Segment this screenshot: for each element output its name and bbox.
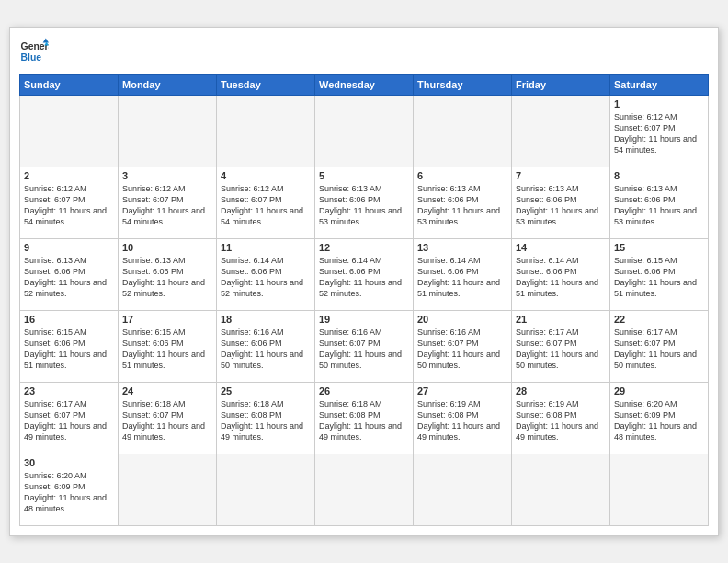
day-info: Sunrise: 6:14 AM Sunset: 6:06 PM Dayligh… (319, 255, 409, 300)
calendar-cell: 12 Sunrise: 6:14 AM Sunset: 6:06 PM Dayl… (315, 239, 414, 311)
calendar-cell (512, 96, 610, 167)
day-info: Sunrise: 6:17 AM Sunset: 6:07 PM Dayligh… (614, 327, 704, 372)
day-info: Sunrise: 6:12 AM Sunset: 6:07 PM Dayligh… (614, 111, 704, 156)
calendar-cell: 24 Sunrise: 6:18 AM Sunset: 6:07 PM Dayl… (119, 383, 217, 454)
calendar-cell: 8 Sunrise: 6:13 AM Sunset: 6:06 PM Dayli… (610, 167, 709, 239)
day-number: 30 (24, 457, 114, 468)
day-info: Sunrise: 6:19 AM Sunset: 6:08 PM Dayligh… (516, 398, 606, 443)
weekday-header-sunday: Sunday (20, 75, 119, 96)
day-number: 24 (122, 385, 212, 396)
calendar-cell (119, 96, 217, 167)
day-info: Sunrise: 6:13 AM Sunset: 6:06 PM Dayligh… (24, 255, 114, 300)
calendar-cell: 11 Sunrise: 6:14 AM Sunset: 6:06 PM Dayl… (217, 239, 315, 311)
day-number: 15 (614, 242, 704, 253)
weekday-header-wednesday: Wednesday (315, 75, 414, 96)
day-info: Sunrise: 6:12 AM Sunset: 6:07 PM Dayligh… (122, 183, 212, 228)
day-info: Sunrise: 6:17 AM Sunset: 6:07 PM Dayligh… (24, 398, 114, 443)
day-number: 18 (221, 314, 311, 325)
day-number: 20 (417, 314, 507, 325)
calendar-cell: 7 Sunrise: 6:13 AM Sunset: 6:06 PM Dayli… (512, 167, 610, 239)
logo-icon: General Blue (19, 37, 49, 66)
day-info: Sunrise: 6:15 AM Sunset: 6:06 PM Dayligh… (614, 255, 704, 300)
calendar-cell: 9 Sunrise: 6:13 AM Sunset: 6:06 PM Dayli… (20, 239, 119, 311)
day-info: Sunrise: 6:19 AM Sunset: 6:08 PM Dayligh… (417, 398, 507, 443)
day-number: 3 (122, 170, 212, 181)
day-number: 23 (24, 385, 114, 396)
day-info: Sunrise: 6:18 AM Sunset: 6:07 PM Dayligh… (122, 398, 212, 443)
day-info: Sunrise: 6:15 AM Sunset: 6:06 PM Dayligh… (24, 327, 114, 372)
day-number: 22 (614, 314, 704, 325)
day-number: 1 (614, 98, 704, 109)
day-info: Sunrise: 6:14 AM Sunset: 6:06 PM Dayligh… (516, 255, 606, 300)
day-info: Sunrise: 6:18 AM Sunset: 6:08 PM Dayligh… (221, 398, 311, 443)
weekday-header-row: SundayMondayTuesdayWednesdayThursdayFrid… (20, 75, 709, 96)
day-number: 16 (24, 314, 114, 325)
week-row-5: 30 Sunrise: 6:20 AM Sunset: 6:09 PM Dayl… (20, 454, 709, 526)
day-info: Sunrise: 6:17 AM Sunset: 6:07 PM Dayligh… (516, 327, 606, 372)
calendar-cell: 13 Sunrise: 6:14 AM Sunset: 6:06 PM Dayl… (414, 239, 512, 311)
week-row-0: 1 Sunrise: 6:12 AM Sunset: 6:07 PM Dayli… (20, 96, 709, 167)
calendar-cell: 30 Sunrise: 6:20 AM Sunset: 6:09 PM Dayl… (20, 454, 119, 526)
calendar-cell: 10 Sunrise: 6:13 AM Sunset: 6:06 PM Dayl… (119, 239, 217, 311)
day-number: 28 (516, 385, 606, 396)
calendar-cell: 4 Sunrise: 6:12 AM Sunset: 6:07 PM Dayli… (217, 167, 315, 239)
calendar-cell: 21 Sunrise: 6:17 AM Sunset: 6:07 PM Dayl… (512, 311, 610, 383)
calendar-cell: 29 Sunrise: 6:20 AM Sunset: 6:09 PM Dayl… (610, 383, 709, 454)
calendar-cell (217, 96, 315, 167)
day-number: 11 (221, 242, 311, 253)
calendar-cell (315, 454, 414, 526)
day-info: Sunrise: 6:13 AM Sunset: 6:06 PM Dayligh… (614, 183, 704, 228)
calendar-cell (119, 454, 217, 526)
calendar-cell: 5 Sunrise: 6:13 AM Sunset: 6:06 PM Dayli… (315, 167, 414, 239)
day-info: Sunrise: 6:13 AM Sunset: 6:06 PM Dayligh… (319, 183, 409, 228)
day-number: 9 (24, 242, 114, 253)
calendar-cell (217, 454, 315, 526)
day-number: 19 (319, 314, 409, 325)
calendar-cell: 15 Sunrise: 6:15 AM Sunset: 6:06 PM Dayl… (610, 239, 709, 311)
day-info: Sunrise: 6:16 AM Sunset: 6:06 PM Dayligh… (221, 327, 311, 372)
week-row-4: 23 Sunrise: 6:17 AM Sunset: 6:07 PM Dayl… (20, 383, 709, 454)
calendar-cell: 20 Sunrise: 6:16 AM Sunset: 6:07 PM Dayl… (414, 311, 512, 383)
calendar-cell (315, 96, 414, 167)
calendar-cell: 27 Sunrise: 6:19 AM Sunset: 6:08 PM Dayl… (414, 383, 512, 454)
calendar-cell: 19 Sunrise: 6:16 AM Sunset: 6:07 PM Dayl… (315, 311, 414, 383)
day-info: Sunrise: 6:20 AM Sunset: 6:09 PM Dayligh… (614, 398, 704, 443)
calendar-cell (414, 96, 512, 167)
day-info: Sunrise: 6:12 AM Sunset: 6:07 PM Dayligh… (24, 183, 114, 228)
day-number: 29 (614, 385, 704, 396)
weekday-header-saturday: Saturday (610, 75, 709, 96)
calendar-cell (512, 454, 610, 526)
day-number: 4 (221, 170, 311, 181)
day-info: Sunrise: 6:13 AM Sunset: 6:06 PM Dayligh… (417, 183, 507, 228)
weekday-header-tuesday: Tuesday (217, 75, 315, 96)
day-number: 12 (319, 242, 409, 253)
calendar-cell: 14 Sunrise: 6:14 AM Sunset: 6:06 PM Dayl… (512, 239, 610, 311)
calendar-container: General Blue SundayMondayTuesdayWednesda… (9, 27, 719, 536)
calendar-cell: 3 Sunrise: 6:12 AM Sunset: 6:07 PM Dayli… (119, 167, 217, 239)
calendar-cell: 23 Sunrise: 6:17 AM Sunset: 6:07 PM Dayl… (20, 383, 119, 454)
calendar-cell: 17 Sunrise: 6:15 AM Sunset: 6:06 PM Dayl… (119, 311, 217, 383)
calendar-cell: 16 Sunrise: 6:15 AM Sunset: 6:06 PM Dayl… (20, 311, 119, 383)
day-number: 13 (417, 242, 507, 253)
calendar-cell: 22 Sunrise: 6:17 AM Sunset: 6:07 PM Dayl… (610, 311, 709, 383)
svg-marker-2 (43, 39, 49, 43)
day-info: Sunrise: 6:13 AM Sunset: 6:06 PM Dayligh… (516, 183, 606, 228)
calendar-cell: 28 Sunrise: 6:19 AM Sunset: 6:08 PM Dayl… (512, 383, 610, 454)
day-number: 25 (221, 385, 311, 396)
day-info: Sunrise: 6:20 AM Sunset: 6:09 PM Dayligh… (24, 470, 114, 515)
day-number: 7 (516, 170, 606, 181)
day-info: Sunrise: 6:14 AM Sunset: 6:06 PM Dayligh… (221, 255, 311, 300)
day-number: 6 (417, 170, 507, 181)
week-row-2: 9 Sunrise: 6:13 AM Sunset: 6:06 PM Dayli… (20, 239, 709, 311)
day-number: 2 (24, 170, 114, 181)
calendar-cell: 25 Sunrise: 6:18 AM Sunset: 6:08 PM Dayl… (217, 383, 315, 454)
day-info: Sunrise: 6:15 AM Sunset: 6:06 PM Dayligh… (122, 327, 212, 372)
weekday-header-thursday: Thursday (414, 75, 512, 96)
weekday-header-friday: Friday (512, 75, 610, 96)
calendar-cell: 26 Sunrise: 6:18 AM Sunset: 6:08 PM Dayl… (315, 383, 414, 454)
day-info: Sunrise: 6:12 AM Sunset: 6:07 PM Dayligh… (221, 183, 311, 228)
logo: General Blue (19, 37, 49, 66)
day-info: Sunrise: 6:16 AM Sunset: 6:07 PM Dayligh… (319, 327, 409, 372)
day-info: Sunrise: 6:18 AM Sunset: 6:08 PM Dayligh… (319, 398, 409, 443)
calendar-cell: 6 Sunrise: 6:13 AM Sunset: 6:06 PM Dayli… (414, 167, 512, 239)
